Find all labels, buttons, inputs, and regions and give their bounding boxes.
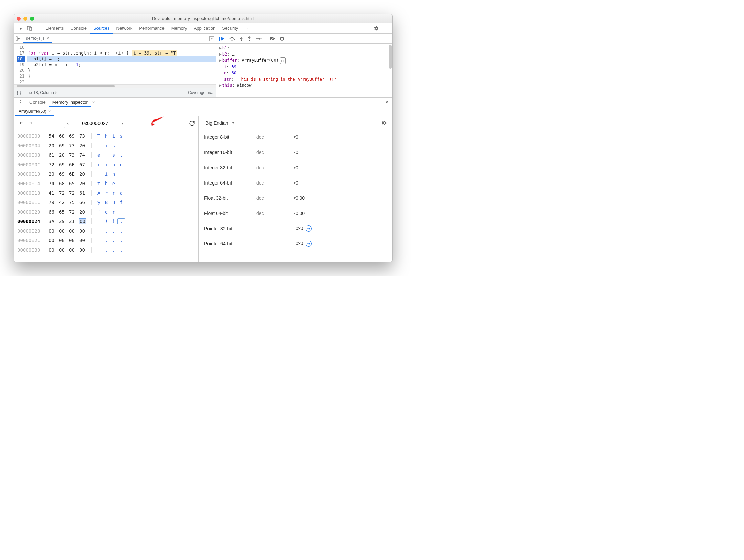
interp-integer-32-bit: Integer 32-bitdec0 [204, 160, 387, 175]
debugger-toolbar [216, 34, 392, 44]
step-out-icon[interactable] [247, 36, 251, 41]
step-over-icon[interactable] [229, 36, 235, 41]
settings-icon[interactable] [373, 25, 380, 32]
refresh-icon[interactable] [189, 120, 195, 126]
value-interpreter: Integer 8-bitdec0Integer 16-bitdec0Integ… [199, 129, 392, 251]
scope-row[interactable]: ▶buffer: ArrayBuffer(60)▯▯ [219, 57, 390, 64]
tab-elements[interactable]: Elements [42, 24, 67, 33]
jump-to-address-icon[interactable]: ➔ [306, 225, 312, 232]
svg-rect-5 [219, 37, 220, 41]
scope-row[interactable]: n: 60 [219, 70, 390, 76]
svg-rect-12 [281, 38, 282, 40]
address-input[interactable] [71, 119, 119, 128]
step-into-icon[interactable] [239, 36, 243, 41]
tab-network[interactable]: Network [113, 24, 136, 33]
tab-sources[interactable]: Sources [90, 24, 113, 34]
tab-performance[interactable]: Performance [136, 24, 168, 33]
file-tab-label: demo-js.js [26, 36, 45, 41]
svg-point-9 [261, 38, 262, 39]
svg-point-8 [249, 40, 250, 41]
code-editor[interactable]: 16171819202122 for (var i = str.length; … [14, 44, 216, 84]
next-page-icon[interactable]: › [119, 121, 126, 126]
scope-pane[interactable]: ▶b1: …▶b2: …▶buffer: ArrayBuffer(60)▯▯ i… [216, 44, 392, 94]
tab-security[interactable]: Security [219, 24, 241, 33]
memory-nav: ↶ ↷ ‹ › [14, 116, 198, 130]
undo-icon[interactable]: ↶ [17, 120, 25, 126]
file-tab[interactable]: demo-js.js × [23, 34, 52, 43]
window-title: DevTools - memory-inspector.glitch.me/de… [14, 16, 392, 21]
horizontal-scrollbar[interactable] [14, 84, 216, 88]
run-snippet-icon[interactable] [209, 36, 214, 41]
inspect-icon[interactable] [17, 25, 24, 32]
interp-integer-64-bit: Integer 64-bitdec0 [204, 175, 387, 190]
interp-pointer-32-bit: Pointer 32-bit0x0➔ [204, 221, 387, 236]
tab-memory[interactable]: Memory [168, 24, 191, 33]
redo-icon[interactable]: ↷ [27, 120, 35, 126]
close-buffer-tab-icon[interactable]: × [48, 109, 51, 114]
format-select[interactable]: dec [255, 179, 296, 187]
coverage-status: Coverage: n/a [188, 90, 213, 95]
scope-row[interactable]: str: "This is a string in the ArrayBuffe… [219, 76, 390, 82]
resume-icon[interactable] [219, 36, 225, 41]
memory-inspector: ↶ ↷ ‹ › 0000000054686973This000000042069… [14, 116, 392, 262]
svg-point-7 [241, 40, 242, 41]
editor-statusbar: { } Line 18, Column 5 Coverage: n/a [14, 88, 216, 97]
source-file-tabs: demo-js.js × [14, 34, 216, 44]
interp-settings-icon[interactable] [381, 120, 387, 126]
prev-page-icon[interactable]: ‹ [64, 121, 71, 126]
kebab-menu-icon[interactable]: ⋮ [382, 25, 390, 32]
buffer-tabs: ArrayBuffer(60) × [14, 107, 392, 116]
scope-row[interactable]: ▶b2: … [219, 51, 390, 57]
interp-float-32-bit: Float 32-bitdec0.00 [204, 190, 387, 206]
svg-rect-2 [30, 27, 32, 30]
format-select[interactable]: dec [255, 194, 296, 202]
sources-split: demo-js.js × 16171819202122 for (var i =… [14, 34, 392, 98]
close-tab-icon[interactable]: × [47, 36, 49, 41]
tab-application[interactable]: Application [191, 24, 219, 33]
hex-viewer[interactable]: 0000000054686973This0000000420697320 is … [14, 130, 198, 258]
scope-row[interactable]: ▶b1: … [219, 45, 390, 51]
vertical-scrollbar[interactable] [389, 45, 392, 69]
interp-pointer-64-bit: Pointer 64-bit0x0➔ [204, 236, 387, 251]
format-select[interactable]: dec [255, 148, 296, 156]
endian-select[interactable]: Big Endian [204, 119, 234, 127]
jump-to-address-icon[interactable]: ➔ [306, 241, 312, 247]
cursor-position: Line 18, Column 5 [24, 90, 57, 95]
svg-rect-13 [282, 38, 283, 40]
close-drawer-icon[interactable]: × [382, 99, 391, 105]
deactivate-breakpoints-icon[interactable] [270, 36, 276, 41]
drawer-menu-icon[interactable]: ⋮ [15, 99, 26, 105]
buffer-tab-label: ArrayBuffer(60) [19, 109, 46, 114]
devtools-window: DevTools - memory-inspector.glitch.me/de… [14, 14, 393, 262]
drawer-tab-console[interactable]: Console [26, 98, 49, 106]
format-select[interactable]: dec [255, 133, 296, 141]
scope-row[interactable]: ▶this: Window [219, 82, 390, 88]
drawer-tabbar: ⋮ ConsoleMemory Inspector × × [14, 98, 392, 107]
interp-integer-16-bit: Integer 16-bitdec0 [204, 145, 387, 160]
titlebar: DevTools - memory-inspector.glitch.me/de… [14, 14, 392, 23]
interp-float-64-bit: Float 64-bitdec0.00 [204, 206, 387, 221]
scope-row[interactable]: i: 39 [219, 64, 390, 70]
endian-row: Big Endian [199, 116, 392, 129]
tab-console[interactable]: Console [67, 24, 90, 33]
address-nav: ‹ › [64, 119, 126, 128]
main-tabbar: ElementsConsoleSourcesNetworkPerformance… [14, 23, 392, 34]
interp-integer-8-bit: Integer 8-bitdec0 [204, 129, 387, 145]
drawer-tab-memory-inspector[interactable]: Memory Inspector [49, 98, 91, 107]
pretty-print-icon[interactable]: { } [17, 90, 21, 95]
buffer-tab[interactable]: ArrayBuffer(60) × [15, 107, 54, 116]
navigator-toggle-icon[interactable] [16, 36, 21, 41]
svg-point-6 [232, 40, 233, 41]
step-icon[interactable] [256, 37, 262, 41]
svg-rect-3 [16, 37, 17, 41]
device-toolbar-icon[interactable] [26, 25, 34, 32]
close-drawer-tab-icon[interactable]: × [92, 100, 95, 105]
pause-on-exceptions-icon[interactable] [280, 36, 284, 41]
format-select[interactable]: dec [255, 164, 296, 172]
svg-point-11 [280, 37, 284, 41]
format-select[interactable]: dec [255, 209, 296, 217]
more-tabs-icon[interactable]: » [243, 25, 251, 32]
